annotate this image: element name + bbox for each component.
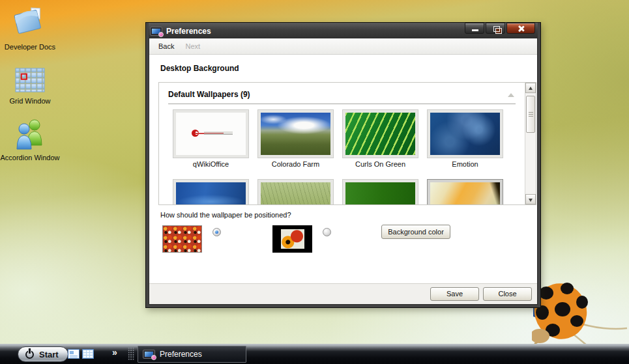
thumb-image <box>345 182 415 204</box>
thumb-frame <box>173 179 249 204</box>
preferences-app-icon <box>143 350 155 359</box>
back-button[interactable]: Back <box>158 42 174 50</box>
start-button-label: Start <box>39 350 59 359</box>
taskbar: Start » Preferences <box>0 344 629 364</box>
scrollbar-thumb[interactable] <box>526 96 535 133</box>
page-title: Desktop Background <box>160 64 239 73</box>
grid-icon <box>0 67 60 94</box>
titlebar[interactable]: Preferences <box>149 23 538 38</box>
window-footer: Save Close <box>149 283 537 304</box>
quick-launch-form-icon[interactable] <box>68 349 80 359</box>
start-button[interactable]: Start <box>18 346 68 362</box>
preferences-app-icon <box>150 27 162 36</box>
folder-docs-icon <box>0 5 60 40</box>
thumb-image <box>176 182 246 204</box>
window-body: Desktop Background Default Wallpapers (9… <box>149 55 537 283</box>
desktop-icon-label: Developer Docs <box>0 42 60 51</box>
wallpaper-thumb-curls-on-green[interactable]: Curls On Green <box>342 109 418 168</box>
thumb-image <box>176 113 246 155</box>
thumb-frame <box>342 109 418 158</box>
save-button[interactable]: Save <box>430 287 479 301</box>
power-icon <box>24 349 35 359</box>
taskbar-overflow-chevron[interactable]: » <box>112 347 117 357</box>
quick-launch-grid-icon[interactable] <box>82 349 94 359</box>
desktop-icon-accordion-window[interactable]: Accordion Window <box>0 117 60 162</box>
desktop: Developer Docs Grid Window <box>0 0 629 364</box>
maximize-button[interactable] <box>486 23 505 34</box>
wallpaper-thumb-green-field[interactable] <box>257 179 334 204</box>
wallpaper-thumb-ladybug-selected[interactable] <box>427 179 503 204</box>
thumb-frame <box>257 109 334 158</box>
wizard-toolbar: Back Next <box>149 38 537 55</box>
preferences-window: Preferences Back Next Desktop Background… <box>145 22 541 308</box>
window-title: Preferences <box>166 27 211 36</box>
radio-centered[interactable] <box>323 228 331 236</box>
minimize-button[interactable] <box>465 23 484 34</box>
wallpaper-thumb-colorado-farm[interactable]: Colorado Farm <box>257 109 334 168</box>
task-button-preferences[interactable]: Preferences <box>138 346 246 363</box>
wallpaper-label: Colorado Farm <box>257 160 334 168</box>
task-button-label: Preferences <box>160 350 202 359</box>
ladybug-wallpaper-image <box>532 279 628 348</box>
scrollbar-track[interactable] <box>525 83 536 204</box>
centered-flower-image <box>281 229 304 249</box>
background-color-button[interactable]: Background color <box>381 225 450 239</box>
wallpaper-panel: Default Wallpapers (9) <box>158 82 536 205</box>
wallpaper-thumb-qwikioffice[interactable]: qWikiOffice <box>173 109 249 168</box>
centered-preview[interactable] <box>272 225 312 253</box>
thumb-frame <box>342 179 418 204</box>
wallpaper-group-header: Default Wallpapers (9) <box>168 90 516 99</box>
wallpaper-list: Default Wallpapers (9) <box>159 83 525 204</box>
wallpaper-row-1: qWikiOffice Colorado Farm <box>159 109 525 168</box>
desktop-icon-developer-docs[interactable]: Developer Docs <box>0 5 60 51</box>
buddies-icon <box>0 117 60 151</box>
desktop-icon-grid-window[interactable]: Grid Window <box>0 67 60 105</box>
collapse-arrow-icon[interactable] <box>508 93 514 97</box>
wallpaper-row-2 <box>159 179 525 204</box>
thumb-frame <box>257 179 334 204</box>
wallpaper-label: qWikiOffice <box>173 160 249 168</box>
tiled-preview[interactable] <box>162 225 202 253</box>
thumb-image <box>261 182 330 204</box>
thumb-frame-selected <box>427 179 503 204</box>
taskbar-grip-handle[interactable] <box>128 347 134 361</box>
thumb-image <box>430 113 500 155</box>
thumb-frame <box>173 109 249 158</box>
window-controls <box>465 23 535 34</box>
position-question: How should the wallpaper be positioned? <box>160 211 291 219</box>
close-button[interactable] <box>506 23 535 34</box>
thumb-image <box>345 113 415 155</box>
thumb-image <box>261 113 330 155</box>
wallpaper-thumb-blue-waves[interactable] <box>173 179 249 204</box>
scrollbar-down-button[interactable] <box>525 194 536 204</box>
wallpaper-label: Emotion <box>427 160 503 168</box>
next-button: Next <box>185 42 200 50</box>
window-content: Back Next Desktop Background Default Wal… <box>149 38 538 305</box>
divider <box>168 104 516 104</box>
thumb-frame <box>427 109 503 158</box>
wallpaper-thumb-emotion[interactable]: Emotion <box>427 109 503 168</box>
scrollbar-up-button[interactable] <box>525 83 536 93</box>
wallpaper-label: Curls On Green <box>342 160 418 168</box>
radio-tiled[interactable] <box>212 228 221 236</box>
wallpaper-thumb-dark-green[interactable] <box>342 179 418 204</box>
desktop-icon-label: Accordion Window <box>0 153 60 162</box>
thumb-image <box>430 182 500 204</box>
desktop-icon-label: Grid Window <box>0 96 60 105</box>
close-button-footer[interactable]: Close <box>483 287 532 301</box>
